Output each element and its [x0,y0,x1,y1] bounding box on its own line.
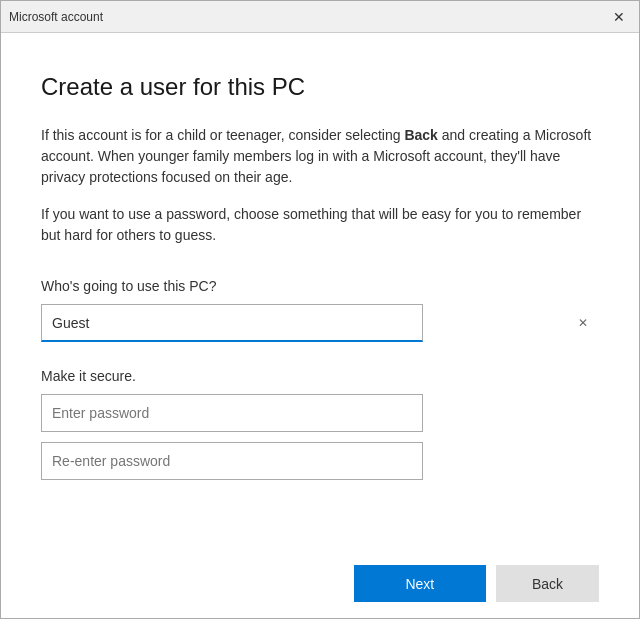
window-title: Microsoft account [9,10,103,24]
username-wrapper: ✕ [41,304,599,342]
title-bar: Microsoft account ✕ [1,1,639,33]
page-title: Create a user for this PC [41,73,599,101]
password-wrapper [41,394,599,432]
reenter-password-input[interactable] [41,442,423,480]
description-2: If you want to use a password, choose so… [41,204,599,246]
next-button[interactable]: Next [354,565,486,602]
close-button[interactable]: ✕ [607,5,631,29]
footer: Next Back [1,549,639,618]
who-label: Who's going to use this PC? [41,278,599,294]
secure-label: Make it secure. [41,368,599,384]
back-button[interactable]: Back [496,565,599,602]
clear-username-button[interactable]: ✕ [573,313,593,333]
password-input[interactable] [41,394,423,432]
description-1: If this account is for a child or teenag… [41,125,599,188]
desc1-bold: Back [404,127,437,143]
main-content: Create a user for this PC If this accoun… [1,33,639,549]
reenter-password-wrapper [41,442,599,480]
username-input[interactable] [41,304,423,342]
microsoft-account-window: Microsoft account ✕ Create a user for th… [0,0,640,619]
desc1-text: If this account is for a child or teenag… [41,127,404,143]
